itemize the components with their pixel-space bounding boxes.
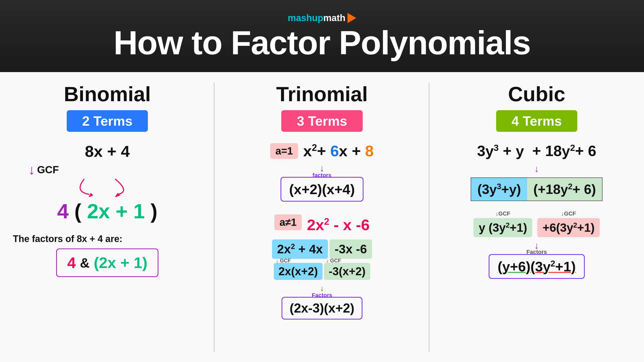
- tri-split-left: 2x2 + 4x: [272, 239, 328, 259]
- cubic-gcf-expr1: y (3y2+1): [473, 218, 532, 237]
- trinomial-a1-section: a=1 x2+ 6x + 8 ↓ factors (x+2)(x+4): [222, 142, 421, 202]
- tri-gcf-right: ↓ GCF -3(x+2): [324, 263, 370, 280]
- factor2-value: (2x + 1): [94, 254, 147, 272]
- tri-split-right: -3x -6: [329, 239, 372, 259]
- arch-area: [64, 176, 151, 197]
- cubic-gcf-expr2: +6(3y2+1): [537, 218, 600, 237]
- factors-small-label2: Factors: [312, 292, 332, 299]
- trinomial-column: Trinomial 3 Terms a=1 x2+ 6x + 8 ↓ facto…: [215, 72, 429, 362]
- cubic-factors-box: Factors (y+6)(3y2+1): [489, 254, 585, 279]
- cubic-gcf-row: ↓GCF y (3y2+1) ↓GCF +6(3y2+1): [473, 210, 600, 237]
- page-title: How to Factor Polynomials: [114, 26, 531, 59]
- cubic-factor1: (y+6): [498, 259, 531, 274]
- tri-split-row: 2x2 + 4x -3x -6: [272, 239, 372, 259]
- cubic-gcf-label1: ↓GCF: [496, 210, 510, 217]
- gcf-arrow-icon: ↓: [28, 163, 35, 176]
- cubic-split-left: (3y3+y): [471, 178, 527, 201]
- factor-open-paren: (: [74, 200, 81, 223]
- tri-a2-row: a≠1 2x2 - x -6: [274, 211, 370, 234]
- gcf-label: GCF: [37, 164, 59, 176]
- logo-mashup: mashup: [288, 13, 323, 23]
- factors-small-label1: factors: [312, 172, 331, 179]
- factored-expression: 4 ( 2x + 1 ): [57, 200, 157, 223]
- binomial-badge: 2 Terms: [67, 110, 148, 132]
- trinomial-a2-section: a≠1 2x2 - x -6 2x2 + 4x -3x -6 ↓ GCF 2x(…: [222, 211, 421, 320]
- tri-gcf-left: ↓ GCF 2x(x+2): [274, 263, 323, 280]
- tri-gcf-row: ↓ GCF 2x(x+2) ↓ GCF -3(x+2): [274, 263, 370, 280]
- factor-close-paren: ): [151, 200, 158, 223]
- tri-coeff1: 6: [330, 142, 339, 160]
- content-area: Binomial 2 Terms 8x + 4 ↓ GCF 4 ( 2x + 1…: [0, 72, 644, 362]
- binomial-column: Binomial 2 Terms 8x + 4 ↓ GCF 4 ( 2x + 1…: [0, 72, 215, 362]
- cubic-badge: 4 Terms: [496, 110, 578, 132]
- a-not-equals-1-badge: a≠1: [274, 214, 302, 230]
- tri-down-arrow2: ↓: [320, 284, 324, 293]
- header: mashup math How to Factor Polynomials: [0, 0, 644, 72]
- gcf-small-label-left: ↓ GCF: [276, 258, 291, 264]
- tri-a1-row: a=1 x2+ 6x + 8: [270, 142, 374, 160]
- cubic-factor2: (3y2+1): [530, 259, 576, 274]
- binomial-expression: 8x + 4: [85, 142, 130, 160]
- trinomial-badge: 3 Terms: [281, 110, 363, 132]
- cubic-column: Cubic 4 Terms 3y3 + y + 18y2+ 6 ↓ (3y3+y…: [429, 72, 644, 362]
- cubic-down-arrow1: ↓: [534, 163, 539, 174]
- and-symbol: &: [80, 255, 90, 271]
- gcf-small-label-right: ↓ GCF: [326, 258, 341, 264]
- cubic-expression: 3y3 + y + 18y2+ 6: [477, 142, 596, 159]
- cubic-split-row: (3y3+y) (+18y2+ 6): [471, 177, 603, 201]
- tri-const1: 8: [365, 142, 374, 160]
- logo: mashup math: [288, 13, 356, 23]
- tri-expr1: x2+ 6x + 8: [303, 142, 374, 160]
- cubic-title: Cubic: [508, 82, 565, 106]
- factors-result-box: 4 & (2x + 1): [56, 248, 158, 277]
- factors-description-label: The factors of 8x + 4 are:: [13, 234, 122, 244]
- a-equals-1-badge: a=1: [270, 143, 298, 159]
- cubic-factors-label: Factors: [527, 249, 547, 255]
- factor1-value: 4: [67, 254, 76, 272]
- cubic-split-right: (+18y2+ 6): [527, 178, 602, 201]
- logo-play-icon: [348, 13, 356, 23]
- factor-inner-expr: 2x + 1: [87, 200, 145, 223]
- factor-number: 4: [57, 200, 69, 223]
- cubic-gcf-label2: ↓GCF: [561, 210, 576, 217]
- tri-factored1-box: factors (x+2)(x+4): [281, 177, 363, 202]
- trinomial-title: Trinomial: [276, 82, 368, 106]
- logo-math: math: [323, 13, 345, 23]
- svg-marker-0: [88, 193, 93, 197]
- cubic-gcf-item2: ↓GCF +6(3y2+1): [537, 210, 600, 237]
- tri-expr2: 2x2 - x -6: [307, 216, 370, 234]
- tri-factored2-box: Factors (2x-3)(x+2): [282, 297, 362, 320]
- gcf-row: ↓ GCF: [28, 163, 59, 176]
- binomial-title: Binomial: [64, 82, 151, 106]
- cubic-gcf-item1: ↓GCF y (3y2+1): [473, 210, 532, 237]
